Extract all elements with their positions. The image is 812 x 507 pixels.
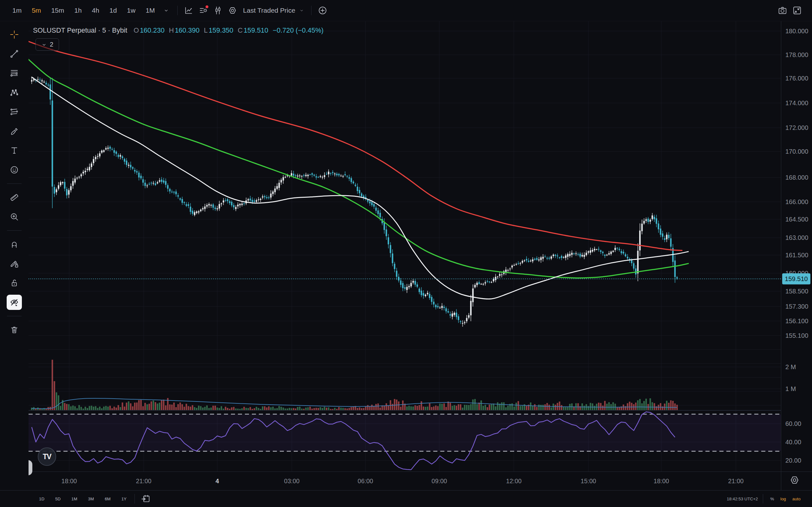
timeframe-1h[interactable]: 1h	[70, 4, 86, 17]
zoom-in-tool[interactable]	[7, 209, 22, 224]
lock-open-icon	[9, 278, 19, 288]
range-1D[interactable]: 1D	[35, 495, 49, 503]
price-axis-label: 157.300	[785, 303, 808, 310]
price-axis-label: 158.500	[785, 288, 808, 295]
trend-line-tool[interactable]	[7, 46, 22, 61]
range-1Y[interactable]: 1Y	[117, 495, 131, 503]
timeframe-1M[interactable]: 1M	[142, 4, 159, 17]
time-axis-label: 03:00	[284, 477, 300, 485]
price-axis-label: 172.000	[785, 124, 808, 131]
drawing-lock-icon	[9, 259, 19, 268]
indicators-collapse-badge[interactable]: 2	[36, 38, 59, 51]
symbol-title: SOLUSDT Perpetual · 5 · Bybit	[33, 26, 127, 35]
price-axis-label: 161.500	[785, 251, 808, 259]
fib-retracement-tool[interactable]	[7, 66, 22, 81]
price-axis-label: 164.500	[785, 216, 808, 223]
crosshair-tool[interactable]	[7, 27, 22, 42]
trend-line-icon	[9, 49, 19, 59]
time-axis-label: 18:00	[654, 477, 669, 485]
timeframe-menu-caret[interactable]	[159, 3, 173, 18]
range-6M[interactable]: 6M	[101, 495, 115, 503]
goto-date-button[interactable]	[139, 492, 153, 506]
chart-type-button[interactable]	[182, 3, 196, 18]
price-change: −0.720 (−0.45%)	[273, 26, 323, 35]
volume-axis-label: 1 M	[785, 385, 796, 393]
price-axis-label: 180.000	[785, 27, 808, 35]
remove-drawings-tool[interactable]	[7, 322, 22, 337]
toolbar-divider	[311, 6, 311, 15]
xabcd-pattern-icon	[9, 88, 19, 97]
exit-fullscreen-button[interactable]	[790, 3, 804, 18]
xabcd-pattern-tool[interactable]	[7, 85, 22, 100]
last-price-badge: 159.510	[782, 274, 810, 285]
price-axis-label: 168.000	[785, 174, 808, 181]
timeframe-5m[interactable]: 5m	[28, 4, 45, 17]
axis-divider	[781, 472, 781, 490]
tradingview-logo[interactable]: TV	[38, 447, 56, 466]
timeframe-1m[interactable]: 1m	[8, 4, 26, 17]
chart-type-icon	[184, 6, 194, 15]
text-icon	[9, 146, 19, 155]
timeframe-1d[interactable]: 1d	[105, 4, 121, 17]
timeframe-1w[interactable]: 1w	[123, 4, 140, 17]
toolbar-divider	[7, 183, 21, 184]
compare-button[interactable]	[211, 3, 225, 18]
price-source-dropdown[interactable]: Last Traded Price	[240, 4, 307, 17]
toolbar-divider	[7, 316, 21, 316]
timeframe-4h[interactable]: 4h	[88, 4, 103, 17]
auto-scale-button[interactable]: auto	[789, 495, 804, 503]
indicators-button[interactable]	[196, 3, 211, 18]
toolbar-divider	[763, 494, 763, 504]
price-axis-label: 166.000	[785, 199, 808, 206]
toolbar-divider	[7, 230, 21, 231]
percent-scale-button[interactable]: %	[767, 495, 777, 503]
hide-drawings-tool[interactable]	[7, 295, 22, 310]
rsi-axis-label: 20.00	[785, 457, 801, 464]
range-3M[interactable]: 3M	[84, 495, 98, 503]
ohlc-close: C159.510	[238, 26, 268, 35]
hide-drawings-icon	[9, 297, 19, 307]
measure-tool[interactable]	[7, 190, 22, 205]
text-tool[interactable]	[7, 143, 22, 158]
range-1M[interactable]: 1M	[67, 495, 82, 503]
chevron-down-icon	[41, 42, 47, 48]
remove-drawings-icon	[9, 325, 19, 335]
time-axis-label: 09:00	[432, 477, 447, 485]
top-toolbar: 1m5m15m1h4h1d1w1M Last Traded Price	[0, 0, 812, 21]
parallel-channel-tool[interactable]	[7, 104, 22, 119]
lock-all-tool[interactable]	[7, 275, 22, 291]
compare-candles-icon	[213, 6, 223, 15]
time-axis-settings-button[interactable]	[789, 475, 800, 486]
fib-retracement-icon	[9, 68, 19, 78]
magnet-tool[interactable]	[7, 237, 22, 252]
chevron-down-icon	[163, 8, 169, 13]
pane-separator[interactable]	[29, 410, 812, 411]
timeframe-group: 1m5m15m1h4h1d1w1M	[8, 4, 159, 17]
timeframe-15m[interactable]: 15m	[47, 4, 68, 17]
screenshot-button[interactable]	[775, 3, 790, 18]
bottom-toolbar: 1D5D1M3M6M1Y 18:42:53 UTC+2 % log auto	[0, 490, 812, 507]
price-axis[interactable]: 180.000178.000176.000174.000172.000170.0…	[781, 21, 812, 471]
minimize-icon	[792, 6, 802, 15]
time-axis-label: 21:00	[728, 477, 744, 485]
magnet-icon	[9, 239, 19, 249]
toolbar-divider	[177, 6, 177, 15]
brush-tool[interactable]	[7, 124, 22, 139]
clock-timezone-button[interactable]: 18:42:53 UTC+2	[727, 497, 758, 501]
add-chart-button[interactable]	[315, 3, 330, 18]
volume-axis-label: 2 M	[785, 363, 796, 371]
parallel-channel-icon	[9, 107, 19, 117]
drawing-lock-tool[interactable]	[7, 256, 22, 271]
time-axis[interactable]: 18:0021:00403:0006:0009:0012:0015:0018:0…	[29, 471, 812, 490]
price-axis-label: 155.100	[785, 332, 808, 339]
zoom-in-icon	[9, 212, 19, 222]
ohlc-low: L159.350	[204, 26, 234, 35]
chart-settings-button[interactable]	[225, 3, 240, 18]
emoji-tool[interactable]	[7, 162, 22, 177]
symbol-info-bar[interactable]: SOLUSDT Perpetual · 5 · Bybit O160.230 H…	[33, 26, 323, 35]
log-scale-button[interactable]: log	[777, 495, 789, 503]
time-axis-label: 06:00	[358, 477, 373, 485]
chevron-down-icon	[299, 8, 304, 13]
chart-canvas[interactable]	[29, 21, 781, 471]
range-5D[interactable]: 5D	[51, 495, 65, 503]
